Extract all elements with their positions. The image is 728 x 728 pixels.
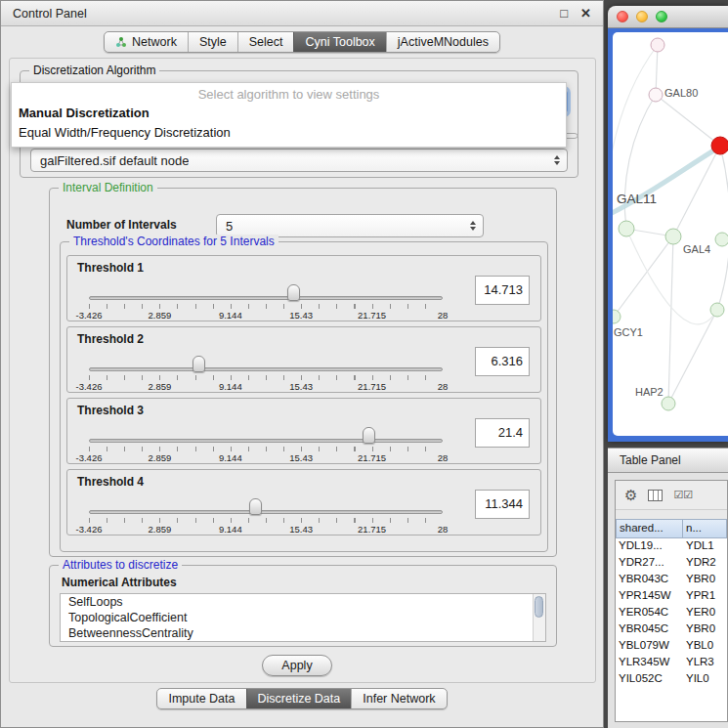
slider-ticks (89, 447, 443, 451)
list-item[interactable]: SelfLoops (61, 594, 545, 610)
tab-cyni-toolbox[interactable]: Cyni Toolbox (293, 32, 385, 52)
slider-thumb[interactable] (363, 427, 375, 444)
threshold-label: Threshold 1 (77, 261, 144, 275)
scale-label: 2.859 (149, 524, 172, 535)
slider-thumb[interactable] (287, 284, 300, 301)
list-scrollbar[interactable] (533, 594, 545, 641)
slider-track[interactable] (89, 439, 443, 443)
table-row[interactable]: YLR345W YLR3 (616, 655, 727, 671)
close-traffic-light[interactable] (617, 11, 628, 22)
slider-thumb[interactable] (249, 498, 262, 515)
threshold-4-value-field[interactable]: 11.344 (475, 490, 530, 519)
cell-name[interactable]: YDR2 (683, 555, 727, 572)
cell-name[interactable]: YBR0 (683, 572, 727, 588)
tab-label: Discretize Data (258, 692, 341, 706)
close-window-icon[interactable]: ✕ (580, 6, 591, 21)
cell-shared-name[interactable]: YDL19... (616, 538, 683, 555)
columns-icon[interactable] (648, 490, 663, 501)
threshold-2-slider[interactable]: -3.426 2.859 9.144 15.43 21.715 28 (89, 355, 443, 392)
list-item[interactable]: BetweennessCentrality (61, 625, 545, 641)
tab-label: Style (199, 35, 227, 49)
threshold-4-panel: Threshold 4 -3.426 2.859 9.144 15.43 21.… (66, 469, 541, 535)
table-row[interactable]: YDL19... YDL1 (616, 538, 727, 555)
column-header-name[interactable]: n... (683, 519, 727, 538)
tab-select[interactable]: Select (237, 32, 294, 52)
cell-name[interactable]: YDL1 (683, 538, 727, 555)
cell-shared-name[interactable]: YPR145W (616, 588, 683, 605)
table-row[interactable]: YBL079W YBL0 (616, 638, 727, 655)
node-table: shared... n... YDL19... YDL1 YDR27... YD… (616, 519, 727, 721)
scale-label: 2.859 (149, 381, 172, 392)
tab-infer-network[interactable]: Infer Network (351, 689, 446, 708)
group-title: Interval Definition (59, 181, 157, 195)
select-columns-checkboxes-icon[interactable]: ☑☑ (673, 489, 693, 501)
apply-button[interactable]: Apply (262, 655, 332, 676)
table-data-combobox[interactable]: galFiltered.sif default node (30, 149, 568, 172)
cell-shared-name[interactable]: YBR045C (616, 621, 683, 638)
cell-name[interactable]: YLR3 (683, 655, 727, 671)
threshold-1-value-field[interactable]: 14.713 (475, 276, 530, 305)
threshold-4-slider[interactable]: -3.426 2.859 9.144 15.43 21.715 28 (89, 497, 443, 535)
selected-node[interactable] (711, 137, 728, 154)
table-panel-body: ⚙ ☑☑ shared... n... YDL19... YDL1 YDR27.… (608, 473, 728, 728)
cell-shared-name[interactable]: YLR345W (616, 655, 683, 671)
algorithm-dropdown-popup: Select algorithm to view settings Manual… (11, 82, 567, 148)
column-header-shared-name[interactable]: shared... (616, 519, 683, 538)
cell-shared-name[interactable]: YER054C (616, 605, 683, 621)
scale-label: 21.715 (358, 524, 386, 535)
tab-network[interactable]: Network (105, 32, 188, 52)
table-row[interactable]: YDR27... YDR2 (616, 555, 727, 572)
gear-icon[interactable]: ⚙ (624, 488, 637, 502)
dropdown-option-manual-discretization[interactable]: Manual Discretization (12, 104, 566, 123)
scrollbar-thumb[interactable] (535, 596, 543, 618)
float-window-icon[interactable]: □ (560, 6, 568, 21)
table-row[interactable]: YER054C YER0 (616, 605, 727, 621)
bottom-tab-segment: Impute Data Discretize Data Infer Networ… (156, 688, 447, 709)
threshold-3-value-field[interactable]: 21.4 (475, 418, 530, 448)
tab-jactivemnodules[interactable]: jActiveMNodules (386, 32, 499, 52)
minimize-traffic-light[interactable] (636, 11, 648, 22)
scale-label: 21.715 (358, 452, 386, 463)
cell-name[interactable]: YIL0 (683, 671, 727, 688)
network-window-titlebar (608, 6, 728, 28)
cell-name[interactable]: YBL0 (683, 638, 727, 655)
cell-shared-name[interactable]: YDR27... (616, 555, 683, 572)
slider-ticks (89, 375, 443, 380)
node-label-gal4: GAL4 (683, 243, 710, 255)
cell-shared-name[interactable]: YIL052C (616, 671, 683, 688)
scale-label: 21.715 (358, 381, 386, 392)
table-header-row: shared... n... (616, 519, 727, 538)
scale-label: 15.43 (289, 524, 313, 535)
slider-track[interactable] (89, 367, 443, 371)
slider-track[interactable] (89, 296, 443, 300)
threshold-1-slider[interactable]: -3.426 2.859 9.144 15.43 21.715 28 (89, 283, 443, 321)
table-row[interactable]: YBR045C YBR0 (616, 621, 727, 638)
cell-shared-name[interactable]: YBR043C (616, 572, 683, 588)
threshold-3-slider[interactable]: -3.426 2.859 9.144 15.43 21.715 28 (89, 426, 443, 463)
cell-name[interactable]: YBR0 (683, 621, 727, 638)
table-row[interactable]: YPR145W YPR1 (616, 588, 727, 605)
scale-label: -3.426 (76, 452, 103, 463)
tab-impute-data[interactable]: Impute Data (157, 689, 245, 708)
tab-style[interactable]: Style (188, 32, 237, 52)
node-label-hap2: HAP2 (635, 386, 664, 398)
threshold-2-value-field[interactable]: 6.316 (475, 347, 530, 376)
table-row[interactable]: YIL052C YIL0 (616, 671, 727, 688)
cell-name[interactable]: YER0 (683, 605, 727, 621)
cell-name[interactable]: YPR1 (683, 588, 727, 605)
list-item[interactable]: TopologicalCoefficient (61, 610, 545, 625)
slider-thumb[interactable] (193, 356, 205, 372)
table-row[interactable]: YBR043C YBR0 (616, 572, 727, 588)
combobox-value: galFiltered.sif default node (40, 153, 189, 168)
threshold-label: Threshold 3 (77, 404, 144, 417)
tab-discretize-data[interactable]: Discretize Data (246, 689, 352, 708)
dropdown-option-equal-width-frequency[interactable]: Equal Width/Frequency Discretization (12, 123, 566, 143)
window-title: Control Panel (13, 7, 547, 21)
cell-shared-name[interactable]: YBL079W (616, 638, 683, 655)
zoom-traffic-light[interactable] (656, 11, 667, 22)
scale-label: -3.426 (76, 381, 103, 392)
slider-track[interactable] (89, 510, 443, 514)
numerical-attributes-list: SelfLoops TopologicalCoefficient Between… (60, 593, 546, 642)
table-toolbar: ⚙ ☑☑ (616, 481, 727, 510)
network-canvas[interactable]: GAL80 GAL11 GAL4 GCY1 HAP2 (613, 32, 728, 436)
